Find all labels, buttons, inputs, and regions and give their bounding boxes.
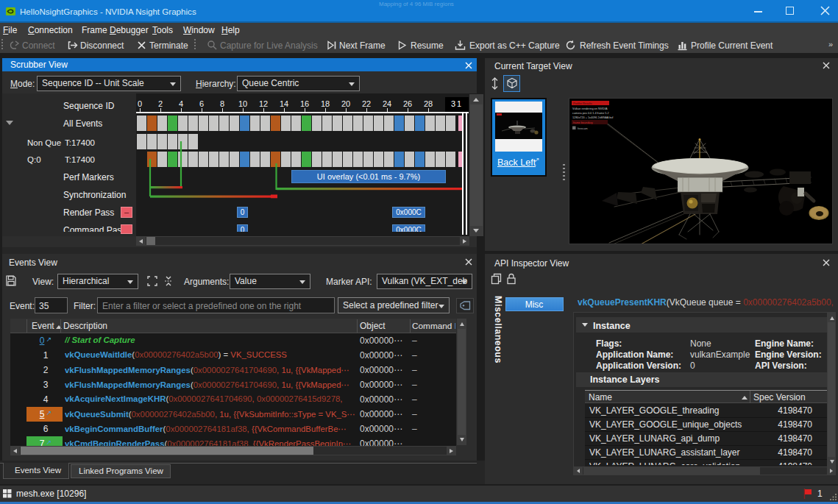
svg-text:camera pos 0.0 1.4 frame 5.2: camera pos 0.0 1.4 frame 5.2: [572, 112, 609, 115]
svg-text:1280x720 + 1x4096 2xMSAA buf: 1280x720 + 1x4096 2xMSAA buf: [572, 116, 614, 119]
svg-text:Profiler Results: Profiler Results: [573, 102, 592, 105]
svg-text:Vulkan rendering on NVIDIA: Vulkan rendering on NVIDIA: [572, 107, 608, 110]
svg-text:frame boundary: frame boundary: [573, 121, 593, 124]
svg-text:freecam: freecam: [578, 127, 588, 130]
